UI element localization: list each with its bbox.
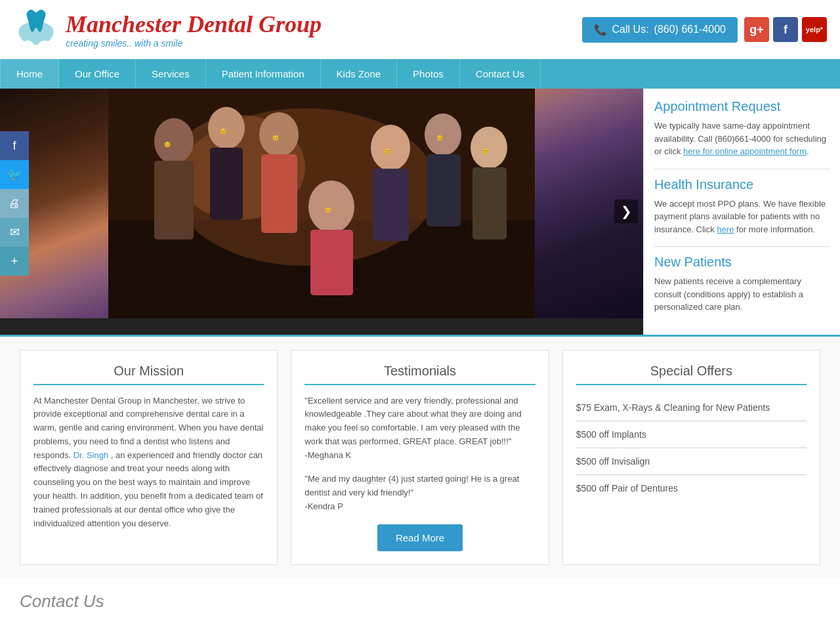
testimonial-1-author: -Meghana K <box>304 450 351 460</box>
new-patients-text: New patients receive a complementary con… <box>654 275 830 314</box>
slider-image: 😊 😊 😊 😊 😊 😊 😊 <box>0 89 643 318</box>
google-plus-icon: g+ <box>749 23 764 37</box>
facebook-icon: f <box>12 139 16 153</box>
offer-item-2: $500 off Implants <box>576 421 807 448</box>
print-icon: 🖨 <box>9 197 20 211</box>
slider-next-button[interactable]: ❯ <box>614 200 638 223</box>
svg-text:😊: 😊 <box>384 148 390 154</box>
group-photo: 😊 😊 😊 😊 😊 😊 😊 <box>0 89 643 318</box>
photo-svg: 😊 😊 😊 😊 😊 😊 😊 <box>0 89 643 318</box>
new-patients-section: New Patients New patients receive a comp… <box>654 255 830 314</box>
top-bar: Manchester Dental Group creating smiles.… <box>0 0 840 59</box>
twitter-icon: 🐦 <box>7 167 22 182</box>
nav-home[interactable]: Home <box>0 59 59 89</box>
testimonial-2-quote: "Me and my daughter (4) just started goi… <box>304 472 535 513</box>
social-sidebar: f 🐦 🖨 ✉ + <box>0 131 29 276</box>
logo-area: Manchester Dental Group creating smiles.… <box>13 7 322 52</box>
svg-rect-15 <box>427 154 461 226</box>
logo-text: Manchester Dental Group creating smiles.… <box>66 10 322 49</box>
email-icon: ✉ <box>10 225 20 240</box>
nav-contact-us[interactable]: Contact Us <box>460 59 541 89</box>
mission-box: Our Mission At Manchester Dental Group i… <box>20 350 278 565</box>
social-side-twitter[interactable]: 🐦 <box>0 160 29 189</box>
insurance-text-after: for more information. <box>736 224 815 234</box>
call-button[interactable]: 📞 Call Us: (860) 661-4000 <box>582 17 738 43</box>
svg-point-8 <box>259 112 299 157</box>
appointment-title: Appointment Request <box>654 99 830 114</box>
image-slider: 😊 😊 😊 😊 😊 😊 😊 ❮ ❯ <box>0 89 643 335</box>
call-label: Call Us: <box>612 24 649 35</box>
mission-text-after: , an experienced and friendly doctor can… <box>33 450 263 528</box>
mission-title: Our Mission <box>33 364 264 385</box>
svg-rect-17 <box>472 167 507 240</box>
plus-icon: + <box>11 255 18 268</box>
svg-text:😊: 😊 <box>220 128 226 135</box>
svg-rect-5 <box>154 161 194 240</box>
testimonial-1-quote: "Excellent service and are very friendly… <box>304 394 535 463</box>
svg-rect-11 <box>310 230 353 295</box>
nav-photos[interactable]: Photos <box>397 59 460 89</box>
facebook-top-icon: f <box>784 23 788 37</box>
phone-number: (860) 661-4000 <box>654 24 726 35</box>
social-side-email[interactable]: ✉ <box>0 218 29 247</box>
logo-tooth-icon <box>13 7 59 52</box>
right-sidebar: Appointment Request We typically have sa… <box>643 89 840 335</box>
nav-patient-information[interactable]: Patient Information <box>206 59 321 89</box>
divider-1 <box>654 169 830 169</box>
svg-text:😊: 😊 <box>325 207 331 213</box>
read-more-button[interactable]: Read More <box>377 524 463 551</box>
facebook-button[interactable]: f <box>773 17 798 42</box>
dr-singh-link[interactable]: Dr. Singh <box>74 450 108 460</box>
social-side-facebook[interactable]: f <box>0 131 29 160</box>
top-right: 📞 Call Us: (860) 661-4000 g+ f yelp* <box>582 17 827 43</box>
svg-point-4 <box>154 118 194 164</box>
main-nav: Home Our Office Services Patient Informa… <box>0 59 840 89</box>
appointment-link[interactable]: here for online appointment form <box>683 146 807 156</box>
contact-heading: Contact Us <box>0 578 840 612</box>
insurance-title: Health Insurance <box>654 177 830 192</box>
offer-item-3: $500 off Invisalign <box>576 448 807 475</box>
phone-icon: 📞 <box>594 24 607 36</box>
svg-point-12 <box>371 125 410 171</box>
social-icons-top: g+ f yelp* <box>744 17 827 42</box>
nav-kids-zone[interactable]: Kids Zone <box>321 59 398 89</box>
special-offers-title: Special Offers <box>576 364 807 385</box>
insurance-link[interactable]: here <box>717 224 734 234</box>
svg-point-10 <box>308 180 354 233</box>
hero-section: 😊 😊 😊 😊 😊 😊 😊 ❮ ❯ Appointment Request We… <box>0 89 840 335</box>
svg-point-14 <box>425 114 461 156</box>
svg-rect-13 <box>373 169 409 241</box>
svg-text:😊: 😊 <box>436 135 443 141</box>
logo-name: Manchester Dental Group <box>66 10 322 38</box>
nav-services[interactable]: Services <box>136 59 206 89</box>
testimonials-title: Testimonials <box>304 364 535 385</box>
offer-item-4: $500 off Pair of Dentures <box>576 475 807 501</box>
svg-text:😊: 😊 <box>272 135 279 141</box>
svg-text:😊: 😊 <box>482 148 489 154</box>
testimonial-2-text: "Me and my daughter (4) just started goi… <box>304 474 519 497</box>
appointment-text: We typically have same-day appointment a… <box>654 119 830 158</box>
mission-text: At Manchester Dental Group in Manchester… <box>33 394 264 531</box>
logo-tagline: creating smiles.. with a smile <box>66 38 322 49</box>
new-patients-title: New Patients <box>654 255 830 270</box>
google-plus-button[interactable]: g+ <box>744 17 769 42</box>
social-side-print[interactable]: 🖨 <box>0 189 29 218</box>
insurance-section: Health Insurance We accept most PPO plan… <box>654 177 830 236</box>
testimonials-box: Testimonials "Excellent service and are … <box>291 350 549 565</box>
svg-rect-9 <box>261 154 297 233</box>
nav-our-office[interactable]: Our Office <box>59 59 136 89</box>
svg-text:😊: 😊 <box>164 141 171 148</box>
testimonial-2-author: -Kendra P <box>304 501 343 511</box>
divider-2 <box>654 246 830 247</box>
svg-point-6 <box>208 107 245 149</box>
special-offers-box: Special Offers $75 Exam, X-Rays & Cleani… <box>562 350 820 565</box>
social-side-plus[interactable]: + <box>0 247 29 276</box>
testimonial-1-text: "Excellent service and are very friendly… <box>304 396 521 446</box>
yelp-button[interactable]: yelp* <box>802 17 827 42</box>
offer-item-1: $75 Exam, X-Rays & Cleaning for New Pati… <box>576 394 807 421</box>
yelp-icon: yelp* <box>806 26 823 33</box>
appointment-text-after: . <box>807 146 809 156</box>
svg-point-16 <box>471 127 507 169</box>
svg-rect-7 <box>210 148 243 220</box>
insurance-text: We accept most PPO plans. We have flexib… <box>654 198 830 236</box>
